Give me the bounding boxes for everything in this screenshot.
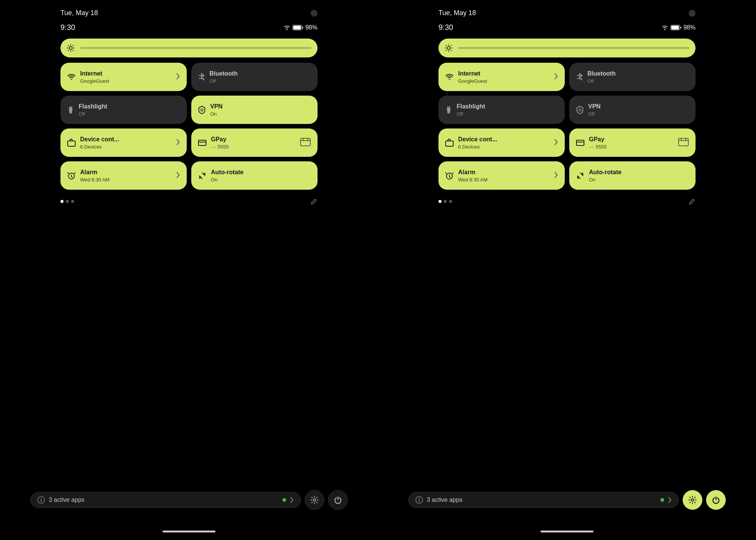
tile-title: VPN bbox=[588, 103, 689, 110]
battery-status-icon bbox=[671, 25, 681, 30]
tile-bluetooth[interactable]: Bluetooth Off bbox=[191, 63, 318, 91]
battery-percentage: 98% bbox=[683, 24, 696, 31]
active-apps-pill[interactable]: 3 active apps bbox=[30, 492, 301, 508]
time-row: 9:30 98% bbox=[438, 20, 696, 39]
tile-device-control[interactable]: Device cont... 6 Devices bbox=[60, 128, 187, 157]
home-bar[interactable] bbox=[541, 531, 593, 532]
chevron-icon bbox=[554, 139, 558, 147]
tile-title: Flashlight bbox=[79, 103, 180, 110]
status-bar: Tue, May 18 bbox=[438, 0, 696, 20]
tile-vpn[interactable]: VPN On bbox=[191, 96, 318, 124]
tile-alarm[interactable]: Alarm Wed 8:30 AM bbox=[60, 161, 187, 190]
bottom-bar: 3 active apps bbox=[0, 490, 378, 510]
tile-auto-rotate[interactable]: Auto-rotate On bbox=[191, 161, 318, 190]
svg-point-17 bbox=[41, 498, 42, 499]
tile-gpay[interactable]: GPay ···· 5555 bbox=[191, 128, 318, 157]
tile-flashlight[interactable]: Flashlight Off bbox=[60, 96, 187, 124]
apps-chevron bbox=[668, 497, 672, 503]
active-apps-text: 3 active apps bbox=[427, 497, 657, 503]
tile-subtitle: 6 Devices bbox=[80, 144, 172, 150]
device-icon bbox=[67, 139, 76, 147]
tile-title: Auto-rotate bbox=[589, 169, 689, 176]
wifi-icon bbox=[445, 74, 454, 80]
tile-title: Bluetooth bbox=[209, 70, 311, 77]
tile-title: Device cont... bbox=[80, 136, 172, 143]
svg-rect-11 bbox=[301, 138, 310, 146]
active-apps-pill[interactable]: 3 active apps bbox=[408, 492, 679, 508]
settings-button[interactable] bbox=[305, 490, 324, 510]
brightness-icon bbox=[445, 44, 453, 52]
tile-vpn[interactable]: VPN Off bbox=[569, 96, 696, 124]
power-button[interactable] bbox=[706, 490, 726, 510]
dot-1 bbox=[60, 200, 64, 203]
tile-bluetooth[interactable]: Bluetooth Off bbox=[569, 63, 696, 91]
rotate-icon bbox=[198, 172, 206, 180]
tile-title: Auto-rotate bbox=[211, 169, 311, 176]
tile-internet[interactable]: Internet GoogleGuest bbox=[60, 63, 187, 91]
bluetooth-icon bbox=[576, 73, 583, 81]
tile-title: Internet bbox=[80, 70, 172, 77]
chevron-icon bbox=[176, 139, 180, 147]
info-icon bbox=[415, 496, 423, 504]
svg-rect-8 bbox=[68, 141, 75, 146]
dot-1 bbox=[438, 200, 442, 203]
wifi-status-icon bbox=[284, 25, 290, 30]
status-date: Tue, May 18 bbox=[60, 9, 98, 17]
brightness-track[interactable] bbox=[80, 47, 311, 49]
edit-button[interactable] bbox=[689, 198, 696, 205]
tile-subtitle: Wed 8:30 AM bbox=[458, 177, 550, 183]
svg-rect-27 bbox=[446, 141, 453, 146]
svg-point-36 bbox=[419, 498, 420, 499]
svg-point-2 bbox=[69, 46, 72, 50]
power-button[interactable] bbox=[328, 490, 348, 510]
gear-icon bbox=[310, 496, 319, 504]
svg-point-26 bbox=[579, 109, 581, 111]
apps-chevron bbox=[290, 497, 294, 503]
chevron-icon bbox=[176, 172, 180, 180]
card-chip-icon bbox=[678, 138, 689, 148]
tile-internet[interactable]: Internet GoogleGuest bbox=[438, 63, 565, 91]
brightness-track[interactable] bbox=[458, 47, 689, 49]
rotate-icon bbox=[576, 172, 584, 180]
tile-subtitle: On bbox=[589, 177, 689, 183]
card-icon bbox=[198, 140, 206, 146]
tile-gpay[interactable]: GPay ···· 5555 bbox=[569, 128, 696, 157]
tile-title: GPay bbox=[211, 136, 296, 143]
tile-title: Alarm bbox=[80, 169, 172, 176]
power-icon bbox=[334, 496, 342, 504]
settings-button[interactable] bbox=[683, 490, 702, 510]
dot-3 bbox=[449, 200, 452, 203]
tile-auto-rotate[interactable]: Auto-rotate On bbox=[569, 161, 696, 190]
left-phone-panel: Tue, May 18 9:30 98% bbox=[0, 0, 378, 540]
time-row: 9:30 98% bbox=[60, 20, 318, 39]
card-chip-icon bbox=[300, 138, 311, 148]
tile-subtitle: Wed 8:30 AM bbox=[80, 177, 172, 183]
tile-alarm[interactable]: Alarm Wed 8:30 AM bbox=[438, 161, 565, 190]
bottom-bar: 3 active apps bbox=[378, 490, 756, 510]
tile-subtitle: ···· 5555 bbox=[211, 144, 296, 150]
tile-title: Alarm bbox=[458, 169, 550, 176]
brightness-icon bbox=[67, 44, 75, 52]
device-icon bbox=[445, 139, 454, 147]
edit-button[interactable] bbox=[311, 198, 318, 205]
tile-device-control[interactable]: Device cont... 6 Devices bbox=[438, 128, 565, 157]
active-indicator-dot bbox=[660, 498, 664, 502]
tile-flashlight[interactable]: Flashlight Off bbox=[438, 96, 565, 124]
chevron-icon bbox=[176, 73, 180, 81]
home-bar[interactable] bbox=[163, 531, 215, 532]
flashlight-icon bbox=[67, 106, 74, 114]
active-indicator-dot bbox=[282, 498, 286, 502]
svg-rect-6 bbox=[70, 107, 71, 108]
tile-title: Flashlight bbox=[457, 103, 558, 110]
time-display: 9:30 bbox=[60, 23, 75, 32]
dot-3 bbox=[71, 200, 74, 203]
svg-rect-28 bbox=[576, 140, 584, 145]
status-icons: 98% bbox=[284, 24, 318, 31]
brightness-slider[interactable] bbox=[438, 39, 696, 57]
svg-rect-25 bbox=[448, 107, 449, 108]
tile-subtitle: Off bbox=[79, 111, 180, 117]
camera-indicator bbox=[311, 10, 318, 17]
brightness-slider[interactable] bbox=[60, 39, 318, 57]
svg-point-21 bbox=[447, 46, 450, 50]
tile-subtitle: 6 Devices bbox=[458, 144, 550, 150]
